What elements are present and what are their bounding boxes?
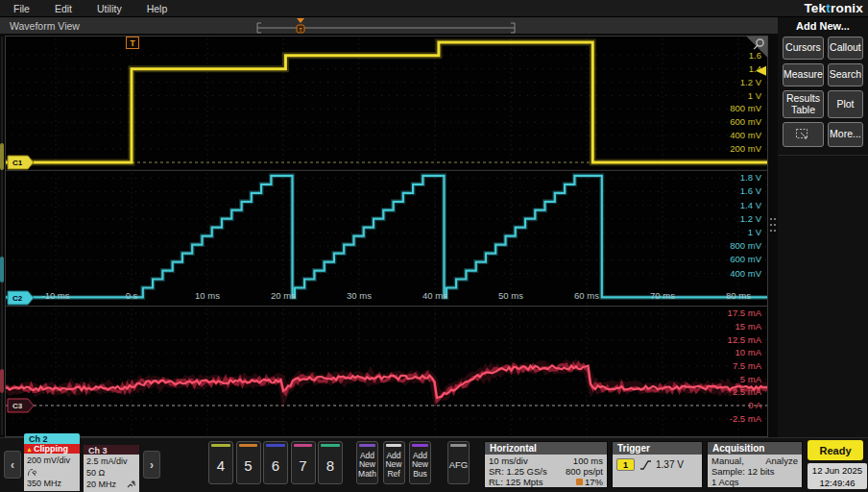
add-new-bus-button[interactable]: AddNewBus xyxy=(409,441,431,484)
c3-axis-label: 5 mA xyxy=(740,374,762,384)
acquisition-acqs-row: 1 Acqs xyxy=(711,477,798,487)
time-label: 12:49:46 xyxy=(808,477,867,489)
ch2-scale: 200 mV/div xyxy=(27,455,77,466)
acquisition-panel-title: Acquisition xyxy=(708,442,802,455)
c1-axis-label: 600 mV xyxy=(730,116,761,127)
channel-6-label: 6 xyxy=(272,447,279,483)
channel-3-badge[interactable]: Ch 3 2.5 mA/div 50 Ω 20 MHz xyxy=(84,445,139,492)
add-new-ref-button[interactable]: AddNewRef xyxy=(383,441,405,484)
time-axis-label: -10 ms xyxy=(41,290,69,301)
c1-axis-label: 200 mV xyxy=(730,143,761,154)
ch3-scale: 2.5 mA/div xyxy=(86,455,136,467)
datetime-display: 12 Jun 2025 12:49:46 xyxy=(808,463,867,489)
channel-2-tab[interactable]: Ch 2 xyxy=(24,433,80,444)
ch3-bandwidth: 20 MHz xyxy=(86,479,136,490)
c1-axis-label: 1 V xyxy=(748,90,762,101)
c3-axis-label: 2.5 mA xyxy=(733,386,762,397)
resize-grip-icon[interactable] xyxy=(769,217,777,233)
c2-axis-label: 1.2 V xyxy=(740,213,762,224)
ch2-probe-row xyxy=(27,466,77,478)
acquisition-panel[interactable]: Acquisition Manual,Analyze Sample: 12 bi… xyxy=(707,441,803,488)
c1-axis-label: 1.6 xyxy=(749,50,761,61)
add-measure-button[interactable]: Measure xyxy=(783,63,824,86)
menu-utility[interactable]: Utility xyxy=(97,3,122,14)
menu-file[interactable]: File xyxy=(13,3,30,14)
ready-status-button[interactable]: Ready xyxy=(808,440,863,460)
c3-scroll-marker[interactable] xyxy=(0,369,4,393)
time-axis-label: 50 ms xyxy=(498,290,523,301)
horizontal-panel-title: Horizontal xyxy=(485,442,607,455)
probe-icon xyxy=(127,480,136,488)
channel-4-label: 4 xyxy=(217,447,225,483)
warning-icon: ▲ xyxy=(26,446,33,453)
time-axis-label: 80 ms xyxy=(726,290,751,301)
c3-axis-label: 17.5 mA xyxy=(728,308,762,318)
channel-7-button[interactable]: 7 xyxy=(291,441,316,484)
trigger-position-marker-icon[interactable] xyxy=(297,18,304,23)
add-plot-button[interactable]: Plot xyxy=(828,90,863,118)
date-label: 12 Jun 2025 xyxy=(808,464,867,477)
waveform-view-title[interactable]: Waveform View xyxy=(10,20,80,32)
clipping-label: Clipping xyxy=(34,444,68,454)
time-axis-label: 10 ms xyxy=(195,290,220,301)
add-new-ref-button-label: AddNewRef xyxy=(385,447,401,483)
add-new-math-button[interactable]: AddNewMath xyxy=(356,441,378,484)
clipping-warning: ▲Clipping xyxy=(24,444,80,454)
horizontal-row-2: SR: 1.25 GS/s800 ps/pt xyxy=(489,466,603,477)
menu-items: FileEditUtilityHelp xyxy=(0,3,167,14)
c1-scroll-marker[interactable] xyxy=(0,143,4,170)
channel-scroll-right-button[interactable]: › xyxy=(143,451,160,479)
add-more-button[interactable]: More... xyxy=(828,122,863,147)
c2-scroll-marker[interactable] xyxy=(0,257,4,283)
trigger-flag-label: T xyxy=(130,38,135,48)
c2-axis-label: 600 mV xyxy=(730,254,761,264)
tektronix-logo: Tektronix xyxy=(804,1,863,15)
menubar: FileEditUtilityHelp Tektronix xyxy=(0,0,868,17)
compress-warning-icon xyxy=(576,479,583,485)
c2-axis-label: 1.4 V xyxy=(740,200,762,210)
horizontal-panel[interactable]: Horizontal 10 ms/div100 ms SR: 1.25 GS/s… xyxy=(484,441,608,488)
channel-2-badge[interactable]: Ch 2 ▲Clipping 200 mV/div 350 MHz xyxy=(24,433,80,491)
c2-channel-marker-label: C2 xyxy=(12,294,23,303)
trigger-handle-label: T xyxy=(299,27,302,33)
add-search-button[interactable]: Search xyxy=(828,63,863,86)
add-callout-button[interactable]: Callout xyxy=(828,37,863,60)
time-axis-label: 30 ms xyxy=(347,290,372,301)
c2-axis-label: 400 mV xyxy=(730,268,761,279)
add-results-table-button[interactable]: Results Table xyxy=(783,90,824,118)
menu-help[interactable]: Help xyxy=(147,3,168,14)
trigger-panel-title: Trigger xyxy=(613,442,702,455)
add-new-grid: CursorsCalloutMeasureSearchResults Table… xyxy=(778,32,868,147)
afg-button[interactable]: AFG xyxy=(447,441,470,484)
channel-scroll-left-button[interactable]: ‹ xyxy=(4,451,21,479)
logo-text: Tek xyxy=(804,1,826,15)
channel-5-label: 5 xyxy=(244,447,252,483)
waveform-plot-area: 1.61.41.2 V1 V800 mV600 mV400 mV200 mV1.… xyxy=(0,35,778,437)
oscilloscope-app: FileEditUtilityHelp Tektronix Waveform V… xyxy=(0,0,868,492)
horizontal-row-3: RL: 125 Mpts17% xyxy=(489,477,603,487)
menu-edit[interactable]: Edit xyxy=(55,3,72,14)
scope-graticule: 1.61.41.2 V1 V800 mV600 mV400 mV200 mV1.… xyxy=(5,36,768,437)
c2-axis-label: 800 mV xyxy=(730,240,761,251)
channel-8-button[interactable]: 8 xyxy=(318,441,343,484)
add-new-math-button-label: AddNewMath xyxy=(358,447,376,483)
channel-4-button[interactable]: 4 xyxy=(208,441,233,484)
logo-text-2: ronix xyxy=(831,1,863,15)
add-cursors-button[interactable]: Cursors xyxy=(783,37,824,60)
trigger-panel[interactable]: Trigger 1 1.37 V xyxy=(612,441,703,488)
channel-6-button[interactable]: 6 xyxy=(263,441,288,484)
c3-axis-label: 15 mA xyxy=(735,321,762,332)
settings-bar: ‹ Ch 2 ▲Clipping 200 mV/div 350 MHz Ch 3… xyxy=(0,437,868,492)
sidebar-empty-area xyxy=(778,155,868,415)
c3-axis-label: -2.5 mA xyxy=(730,413,762,424)
channel-3-header[interactable]: Ch 3 xyxy=(84,445,139,455)
mask-test-icon xyxy=(795,128,810,141)
add-mask-button[interactable] xyxy=(783,122,824,147)
c3-axis-label: 7.5 mA xyxy=(733,360,762,371)
c3-axis-label: 12.5 mA xyxy=(728,334,762,345)
add-new-header: Add New... xyxy=(778,20,868,32)
channel-5-button[interactable]: 5 xyxy=(236,441,261,484)
waveform-view-tabbar: Waveform View T xyxy=(0,17,778,35)
c1-axis-label: 1.2 V xyxy=(740,77,762,87)
trigger-level-value: 1.37 V xyxy=(656,459,684,470)
